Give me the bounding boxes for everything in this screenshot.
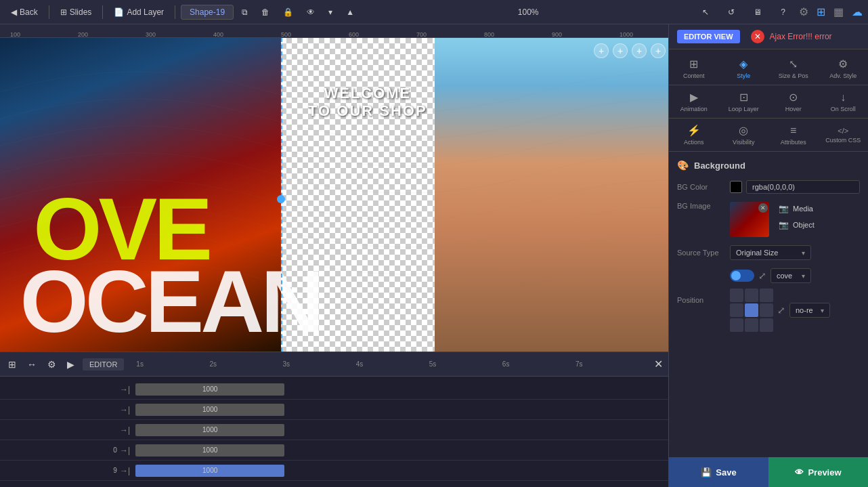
- position-label: Position: [677, 296, 724, 304]
- toolbar-right: ↖ ↺ 🖥 ? ⚙ ⊞ ▦ ☁: [697, 5, 863, 20]
- bg-image-options: 📷 Media 📷 Object: [775, 202, 819, 232]
- add-btn-2[interactable]: +: [613, 43, 628, 58]
- desktop-button[interactable]: 🖥: [748, 5, 767, 20]
- tab-attributes[interactable]: ≡ Attributes: [768, 122, 819, 148]
- tab-hover-label: Hover: [785, 106, 802, 112]
- tab-sizepos[interactable]: ⤡ Size & Pos: [768, 55, 819, 82]
- tab-actions[interactable]: ⚡ Actions: [669, 121, 719, 148]
- preview-button[interactable]: 👁 Preview: [768, 457, 868, 487]
- save-button[interactable]: 💾 Save: [669, 457, 768, 487]
- bg-color-swatch[interactable]: [730, 181, 742, 193]
- pos-cell-mc[interactable]: [745, 303, 758, 317]
- tab-sizepos-label: Size & Pos: [779, 72, 808, 79]
- timeline-close-btn[interactable]: ✕: [654, 358, 663, 370]
- pos-cell-mr[interactable]: [760, 303, 773, 317]
- track-bar-2[interactable]: 1000: [135, 404, 284, 416]
- toolbar-center: 100%: [362, 7, 694, 17]
- tab-customcss[interactable]: </> Custom CSS: [819, 124, 869, 146]
- position-dropdown1[interactable]: cove ▾: [771, 268, 811, 283]
- delete-button[interactable]: 🗑: [256, 5, 275, 20]
- add-btn-4[interactable]: +: [651, 43, 666, 58]
- eye-button[interactable]: 👁: [301, 5, 320, 20]
- pos-cell-bl[interactable]: [730, 318, 743, 332]
- cloud-icon[interactable]: ☁: [852, 5, 863, 18]
- bg-thumbnail-close-btn[interactable]: ✕: [758, 203, 768, 213]
- grid-icon[interactable]: ⊞: [817, 5, 825, 18]
- selection-handle[interactable]: [277, 195, 285, 203]
- source-type-arrow: ▾: [802, 249, 805, 257]
- undo-button[interactable]: ↺: [722, 5, 740, 20]
- track-arrow-5: →|: [120, 466, 130, 475]
- track-bar-4[interactable]: 1000: [135, 444, 284, 457]
- timeline-track-4: 0 →| 1000: [0, 440, 668, 461]
- preview-label: Preview: [808, 467, 841, 478]
- welcome-title-line1: WELCOME: [308, 85, 427, 102]
- add-btn-1[interactable]: +: [594, 43, 609, 58]
- pos-cell-tr[interactable]: [760, 289, 773, 302]
- tab-content[interactable]: ⊞ Content: [669, 55, 719, 82]
- ruler-mark-3: 400: [213, 31, 223, 38]
- panel-tabs-row1: ⊞ Content ◈ Style ⤡ Size & Pos ⚙ Adv. St…: [669, 49, 868, 85]
- media-option[interactable]: 📷 Media: [775, 202, 819, 215]
- object-option[interactable]: 📷 Object: [775, 218, 819, 232]
- tab-visibility[interactable]: ◎ Visibility: [719, 121, 769, 148]
- tab-hover[interactable]: ⊙ Hover: [768, 88, 819, 115]
- track-bar-1[interactable]: 1000: [135, 383, 284, 396]
- position-toggle[interactable]: [730, 270, 754, 282]
- ruler-mark-8: 900: [552, 31, 562, 38]
- track-bar-5-active[interactable]: 1000: [135, 465, 284, 477]
- bg-color-row: BG Color rgba(0,0,0,0): [677, 180, 860, 194]
- dropdown-button[interactable]: ▾: [323, 5, 338, 20]
- tab-animation[interactable]: ▶ Animation: [669, 88, 719, 115]
- lock-button[interactable]: 🔒: [278, 5, 299, 20]
- pos-cell-bc[interactable]: [745, 318, 758, 332]
- onscroll-icon: ↓: [840, 91, 846, 104]
- track-num-9: 9: [113, 467, 117, 474]
- bg-color-value[interactable]: rgba(0,0,0,0): [746, 180, 860, 194]
- expand-icon-2[interactable]: ⤢: [777, 305, 785, 316]
- timeline-arrows-btn[interactable]: ↔: [24, 356, 39, 373]
- position-arrow2: ▾: [821, 307, 824, 314]
- error-close-btn[interactable]: ✕: [751, 30, 764, 43]
- timeline-track-2: →| 1000: [0, 400, 668, 420]
- canvas-content: WELCOME TO OUR SHOP OVE OCEAN + + + +: [0, 38, 668, 352]
- add-btn-3[interactable]: +: [632, 43, 647, 58]
- layout-icon[interactable]: ▦: [833, 5, 844, 18]
- add-layer-button[interactable]: 📄 Add Layer: [108, 5, 169, 20]
- position-dropdown2[interactable]: no-re ▾: [789, 303, 830, 318]
- duplicate-button[interactable]: ⧉: [236, 5, 253, 20]
- source-type-dropdown[interactable]: Original Size ▾: [730, 245, 811, 260]
- canvas-viewport[interactable]: WELCOME TO OUR SHOP OVE OCEAN + + + +: [0, 38, 668, 352]
- tab-advstyle[interactable]: ⚙ Adv. Style: [819, 55, 869, 82]
- back-button[interactable]: ◀ Back: [5, 5, 43, 20]
- cursor-button[interactable]: ↖: [697, 5, 714, 20]
- source-type-value: Original Size: [736, 249, 778, 257]
- add-buttons-row: + + + +: [594, 43, 666, 58]
- settings-icon[interactable]: ⚙: [799, 5, 808, 18]
- tab-looplayer[interactable]: ⊡ Loop Layer: [719, 88, 769, 115]
- help-button[interactable]: ?: [775, 5, 791, 20]
- track-timeline-1: 1000: [135, 379, 668, 399]
- pos-cell-br[interactable]: [760, 318, 773, 332]
- move-up-button[interactable]: ▲: [341, 5, 360, 20]
- track-arrow-2: →|: [120, 405, 130, 415]
- advstyle-icon: ⚙: [838, 58, 848, 70]
- pos-cell-tc[interactable]: [745, 289, 758, 302]
- pos-cell-ml[interactable]: [730, 303, 743, 317]
- track-bar-3[interactable]: 1000: [135, 424, 284, 436]
- timeline-play-btn[interactable]: ▶: [64, 356, 77, 373]
- timeline-track-3: →| 1000: [0, 420, 668, 440]
- slides-button[interactable]: ⊞ Slides: [55, 5, 97, 20]
- tab-style[interactable]: ◈ Style: [719, 55, 769, 82]
- tab-onscroll[interactable]: ↓ On Scroll: [819, 89, 869, 115]
- time-mark-4s: 4s: [356, 360, 429, 368]
- source-type-label: Source Type: [677, 249, 724, 257]
- animation-icon: ▶: [690, 91, 698, 104]
- section-title: Background: [694, 161, 745, 171]
- expand-icon[interactable]: ⤢: [758, 270, 766, 281]
- timeline-settings-btn[interactable]: ⚙: [45, 356, 59, 373]
- pos-cell-tl[interactable]: [730, 289, 743, 302]
- editor-view-badge: EDITOR VIEW: [677, 30, 740, 43]
- tab-content-label: Content: [683, 72, 705, 79]
- timeline-grid-btn[interactable]: ⊞: [5, 356, 19, 373]
